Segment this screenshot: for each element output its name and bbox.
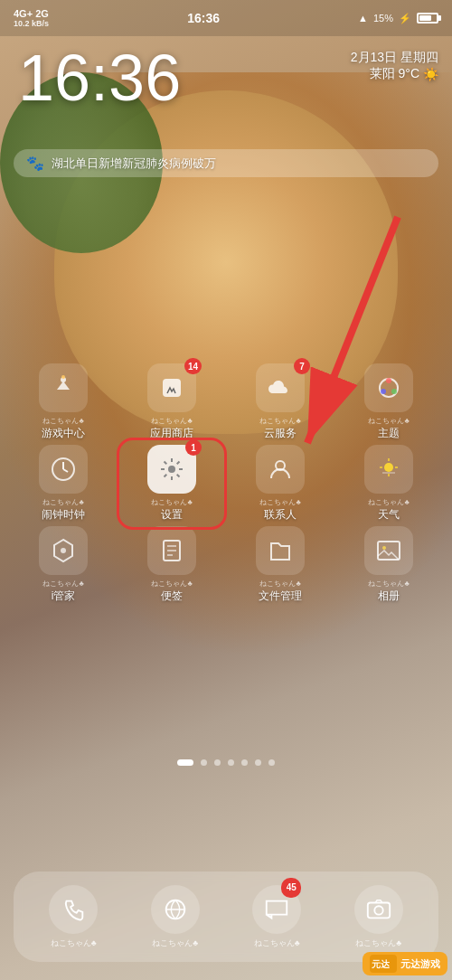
svg-point-13 [384, 463, 393, 472]
watermark-text: 元达游戏 [400, 957, 440, 971]
app-item-theme[interactable]: ねこちゃん♣ 主题 [339, 362, 438, 443]
app-store-icon-wrap: 14 [147, 363, 196, 412]
svg-point-24 [382, 546, 386, 550]
svg-point-11 [168, 466, 175, 473]
news-icon: 🐾 [26, 155, 44, 172]
app-item-cloud[interactable]: 7 ねこちゃん♣ 云服务 [231, 362, 330, 443]
game-center-label: 游戏中心 [42, 426, 85, 441]
signal-info: 4G+ 2G 10.2 kB/s [14, 8, 49, 28]
main-clock: 16:36 [18, 45, 181, 110]
charging-icon: ⚡ [399, 13, 411, 24]
svg-point-5 [386, 378, 391, 383]
app-item-clock[interactable]: ねこちゃん♣ 闹钟时钟 [14, 443, 113, 524]
browser-icon-wrap [151, 885, 200, 934]
notes-icon-wrap [147, 526, 196, 575]
app-item-settings[interactable]: 1 ねこちゃん♣ 设置 [122, 443, 221, 524]
app-row-2: ねこちゃん♣ 闹钟时钟 1 ねこちゃん♣ 设置 ねこちゃん♣ [9, 443, 443, 524]
camera-icon-wrap [354, 885, 403, 934]
files-sublabel: ねこちゃん♣ [259, 579, 300, 589]
messages-label: ねこちゃん♣ [254, 938, 300, 949]
dock-item-browser[interactable]: ねこちゃん♣ [151, 885, 200, 949]
page-dot-6[interactable] [255, 759, 261, 766]
svg-point-27 [374, 906, 382, 914]
app-item-gallery[interactable]: ねこちゃん♣ 相册 [339, 524, 438, 606]
weather-label: 天气 [378, 507, 400, 523]
svg-point-2 [61, 375, 65, 379]
wifi-icon: ▲ [358, 13, 368, 24]
weather-label: 莱阳 9°C ☀️ [351, 66, 438, 82]
clock-sublabel: ねこちゃん♣ [42, 497, 83, 507]
app-item-weather[interactable]: ねこちゃん♣ 天气 [339, 443, 438, 524]
phone-icon-wrap [49, 885, 98, 934]
page-dot-2[interactable] [201, 759, 207, 766]
cloud-badge: 7 [294, 358, 310, 374]
weather-icon-wrap [364, 445, 413, 494]
theme-sublabel: ねこちゃん♣ [368, 416, 409, 426]
carrier-label: 4G+ 2G [14, 8, 49, 19]
notes-label: 便签 [161, 589, 183, 604]
clock-icon-wrap [39, 445, 88, 494]
dock-item-messages[interactable]: 45 ねこちゃん♣ [252, 885, 301, 949]
settings-sublabel: ねこちゃん♣ [151, 497, 192, 507]
app-item-manager[interactable]: ねこちゃん♣ i管家 [14, 524, 113, 606]
svg-rect-26 [368, 902, 390, 918]
gallery-label: 相册 [378, 589, 400, 604]
app-store-label: 应用商店 [150, 426, 193, 441]
cloud-label: 云服务 [264, 426, 297, 441]
contacts-icon-wrap [256, 445, 305, 494]
cloud-sublabel: ねこちゃん♣ [259, 416, 300, 426]
speed-label: 10.2 kB/s [14, 19, 49, 28]
page-dot-7[interactable] [268, 759, 275, 766]
cloud-icon-wrap: 7 [256, 363, 305, 412]
manager-sublabel: ねこちゃん♣ [42, 579, 83, 589]
app-item-contacts[interactable]: ねこちゃん♣ 联系人 [231, 443, 330, 524]
status-bar: 4G+ 2G 10.2 kB/s 16:36 ▲ 15% ⚡ [0, 0, 452, 36]
game-center-icon [39, 363, 88, 412]
clock-label: 闹钟时钟 [42, 507, 85, 523]
settings-label: 设置 [161, 507, 183, 523]
theme-label: 主题 [378, 426, 400, 441]
svg-rect-3 [163, 379, 181, 397]
svg-line-10 [63, 469, 68, 472]
dock: ねこちゃん♣ ねこちゃん♣ 45 ねこちゃん♣ ねこちゃん♣ [14, 872, 438, 962]
camera-label: ねこちゃん♣ [355, 938, 401, 949]
main-clock-area: 16:36 [18, 45, 181, 110]
game-center-sublabel: ねこちゃん♣ [42, 416, 83, 426]
settings-badge: 1 [185, 439, 202, 456]
page-dot-5[interactable] [241, 759, 248, 766]
app-item-app-store[interactable]: 14 ねこちゃん♣ 应用商店 [122, 362, 221, 443]
files-label: 文件管理 [259, 589, 302, 604]
date-label: 2月13日 星期四 [351, 50, 438, 66]
app-item-notes[interactable]: ねこちゃん♣ 便签 [122, 524, 221, 606]
phone-label: ねこちゃん♣ [51, 938, 97, 949]
page-dot-4[interactable] [228, 759, 234, 766]
app-item-game-center[interactable]: ねこちゃん♣ 游戏中心 [14, 362, 113, 443]
app-grid: ねこちゃん♣ 游戏中心 14 ねこちゃん♣ 应用商店 7 ねこちゃん♣ 云 [0, 362, 452, 606]
contacts-sublabel: ねこちゃん♣ [259, 497, 300, 507]
watermark-logo: 元达 [370, 955, 397, 973]
app-item-files[interactable]: ねこちゃん♣ 文件管理 [231, 524, 330, 606]
status-time: 16:36 [187, 11, 220, 25]
notes-sublabel: ねこちゃん♣ [151, 579, 192, 589]
files-icon-wrap [256, 526, 305, 575]
news-ticker[interactable]: 🐾 湖北单日新增新冠肺炎病例破万 [14, 149, 438, 177]
gallery-sublabel: ねこちゃん♣ [368, 579, 409, 589]
weather-icon: ☀️ [423, 67, 438, 81]
dock-item-camera[interactable]: ねこちゃん♣ [354, 885, 403, 949]
weather-sublabel: ねこちゃん♣ [368, 497, 409, 507]
gallery-icon-wrap [364, 526, 413, 575]
news-text: 湖北单日新增新冠肺炎病例破万 [52, 155, 216, 172]
svg-point-6 [391, 389, 397, 394]
manager-icon-wrap [39, 526, 88, 575]
contacts-label: 联系人 [264, 507, 297, 523]
status-icons: ▲ 15% ⚡ [358, 13, 438, 24]
dock-item-phone[interactable]: ねこちゃん♣ [49, 885, 98, 949]
svg-point-18 [61, 548, 66, 553]
watermark: 元达 元达游戏 [363, 952, 447, 975]
theme-icon-wrap [364, 363, 413, 412]
location-temp: 莱阳 9°C [370, 66, 419, 82]
app-row-1: ねこちゃん♣ 游戏中心 14 ねこちゃん♣ 应用商店 7 ねこちゃん♣ 云 [9, 362, 443, 443]
page-dot-1[interactable] [177, 759, 193, 766]
page-dot-3[interactable] [214, 759, 221, 766]
settings-icon-wrap: 1 [147, 445, 196, 494]
